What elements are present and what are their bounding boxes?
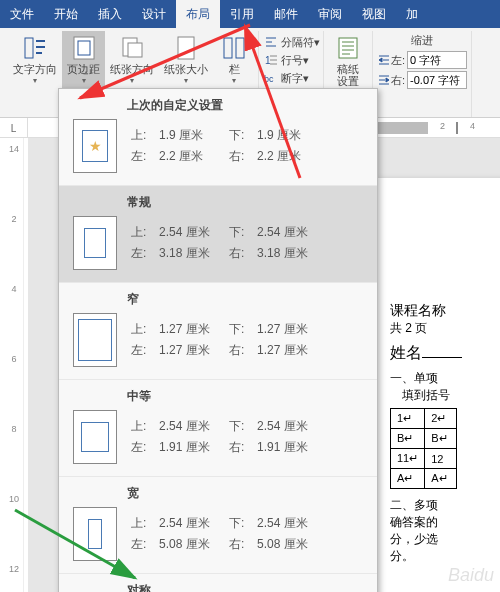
breaks-button[interactable]: 分隔符 ▾ [264, 33, 320, 51]
doc-table: 1↵2↵B↵B↵11↵12A↵A↵ [390, 408, 457, 489]
margins-button[interactable]: 页边距▾ [62, 31, 105, 89]
tab-设计[interactable]: 设计 [132, 0, 176, 28]
doc-hint2: 确答案的 [390, 514, 500, 531]
table-cell: B↵ [391, 429, 425, 449]
indent-right-icon [377, 73, 391, 87]
margin-thumb-icon [73, 216, 117, 270]
vruler-tick: 4 [4, 284, 24, 294]
margins-dropdown: 上次的自定义设置 ★ 上:1.9 厘米下:1.9 厘米 左:2.2 厘米右:2.… [58, 88, 378, 592]
table-cell: B↵ [425, 429, 457, 449]
vruler-tick: 8 [4, 424, 24, 434]
vruler-tick: 10 [4, 494, 24, 504]
doc-hint1: 填到括号 [402, 387, 500, 404]
watermark: Baidu [448, 565, 494, 586]
svg-rect-0 [25, 38, 33, 58]
tab-插入[interactable]: 插入 [88, 0, 132, 28]
margin-preset-宽[interactable]: 宽 上:2.54 厘米下:2.54 厘米 左:5.08 厘米右:5.08 厘米 [59, 477, 377, 574]
table-cell: 1↵ [391, 409, 425, 429]
svg-rect-10 [339, 38, 357, 58]
table-cell: 11↵ [391, 449, 425, 469]
tab-引用[interactable]: 引用 [220, 0, 264, 28]
indent-group: 缩进 左: 右: [373, 31, 472, 117]
doc-section2: 二、多项 [390, 497, 500, 514]
line-numbers-button[interactable]: 1行号 ▾ [264, 51, 320, 69]
horizontal-ruler-right: 2 4 [378, 118, 500, 138]
size-button[interactable]: 纸张大小▾ [159, 31, 213, 89]
doc-hint4: 分。 [390, 548, 500, 565]
menu-tabs: 文件开始插入设计布局引用邮件审阅视图加 [0, 0, 500, 28]
tab-视图[interactable]: 视图 [352, 0, 396, 28]
tab-布局[interactable]: 布局 [176, 0, 220, 28]
orientation-button[interactable]: 纸张方向▾ [105, 31, 159, 89]
breaks-icon [264, 35, 278, 49]
tab-加[interactable]: 加 [396, 0, 428, 28]
vruler-tick: 6 [4, 354, 24, 364]
table-cell: 12 [425, 449, 457, 469]
margin-preset-常规[interactable]: 常规 上:2.54 厘米下:2.54 厘米 左:3.18 厘米右:3.18 厘米 [59, 186, 377, 283]
table-cell: A↵ [425, 469, 457, 489]
doc-hint3: 分，少选 [390, 531, 500, 548]
indent-left-input[interactable] [407, 51, 467, 69]
vruler-tick: 14 [4, 144, 24, 154]
doc-name: 姓名 [390, 343, 500, 364]
indent-right-input[interactable] [407, 71, 467, 89]
margin-preset-中等[interactable]: 中等 上:2.54 厘米下:2.54 厘米 左:1.91 厘米右:1.91 厘米 [59, 380, 377, 477]
svg-rect-6 [224, 38, 232, 58]
paper-settings-button[interactable]: 稿纸设置 [327, 31, 369, 91]
margin-preset-上次的自定义设置[interactable]: 上次的自定义设置 ★ 上:1.9 厘米下:1.9 厘米 左:2.2 厘米右:2.… [59, 89, 377, 186]
doc-title: 课程名称 [390, 302, 500, 320]
margin-thumb-icon: ★ [73, 119, 117, 173]
text-direction-button[interactable]: 文字方向▾ [8, 31, 62, 89]
vertical-ruler: 1424681012 [4, 138, 24, 592]
svg-text:bc: bc [264, 74, 274, 84]
table-cell: A↵ [391, 469, 425, 489]
svg-rect-7 [236, 38, 244, 58]
tab-开始[interactable]: 开始 [44, 0, 88, 28]
indent-left-icon [377, 53, 391, 67]
table-cell: 2↵ [425, 409, 457, 429]
vruler-tick: 12 [4, 564, 24, 574]
document-page: 课程名称 共 2 页 姓名 一、单项 填到括号 1↵2↵B↵B↵11↵12A↵A… [378, 178, 500, 592]
tab-邮件[interactable]: 邮件 [264, 0, 308, 28]
doc-section1: 一、单项 [390, 370, 500, 387]
hyphenation-button[interactable]: bc断字 ▾ [264, 69, 320, 87]
vruler-tick: 2 [4, 214, 24, 224]
tab-文件[interactable]: 文件 [0, 0, 44, 28]
margin-thumb-icon [73, 313, 117, 367]
svg-rect-5 [178, 37, 194, 59]
tab-审阅[interactable]: 审阅 [308, 0, 352, 28]
hyphen-icon: bc [264, 71, 278, 85]
columns-button[interactable]: 栏▾ [213, 31, 255, 89]
margin-preset-对称[interactable]: 对称 上:2.54 厘米下:2.54 厘米 内:3.18 厘米外:2.54 厘米 [59, 574, 377, 592]
svg-rect-1 [74, 37, 94, 59]
linenum-icon: 1 [264, 53, 278, 67]
margin-thumb-icon [73, 410, 117, 464]
svg-rect-4 [128, 43, 142, 57]
margin-thumb-icon [73, 507, 117, 561]
ruler-corner[interactable]: L [0, 118, 28, 138]
margin-preset-窄[interactable]: 窄 上:1.27 厘米下:1.27 厘米 左:1.27 厘米右:1.27 厘米 [59, 283, 377, 380]
doc-pages: 共 2 页 [390, 320, 500, 337]
